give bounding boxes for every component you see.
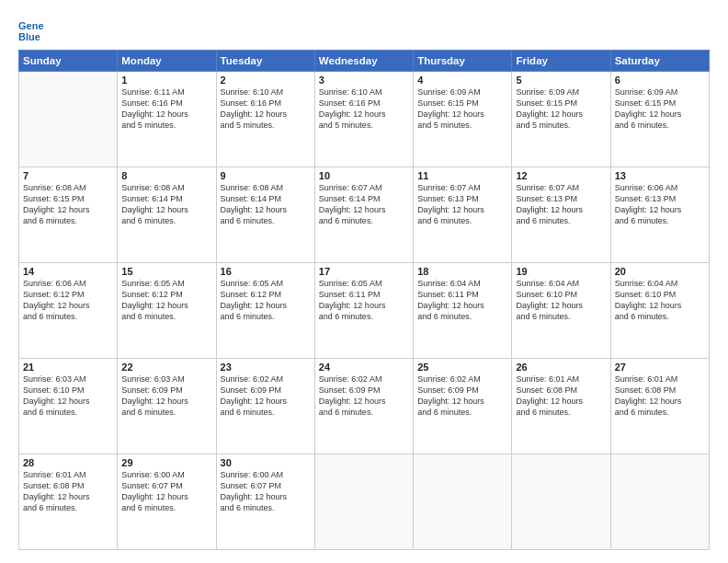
day-number: 10 <box>319 170 409 181</box>
calendar-week-2: 7Sunrise: 6:08 AM Sunset: 6:15 PM Daylig… <box>19 167 710 263</box>
logo: General Blue <box>18 17 48 42</box>
calendar-cell <box>610 454 709 550</box>
day-number: 1 <box>121 75 211 86</box>
day-info: Sunrise: 6:01 AM Sunset: 6:08 PM Dayligh… <box>516 373 606 419</box>
day-info: Sunrise: 6:05 AM Sunset: 6:12 PM Dayligh… <box>221 278 311 323</box>
day-number: 27 <box>615 362 705 373</box>
calendar-cell <box>414 454 512 550</box>
day-number: 6 <box>615 75 705 86</box>
calendar-cell: 22Sunrise: 6:03 AM Sunset: 6:09 PM Dayli… <box>118 359 216 454</box>
weekday-header-tuesday: Tuesday <box>216 51 314 72</box>
day-number: 24 <box>319 362 409 373</box>
day-info: Sunrise: 6:00 AM Sunset: 6:07 PM Dayligh… <box>121 469 211 514</box>
day-info: Sunrise: 6:05 AM Sunset: 6:12 PM Dayligh… <box>121 278 211 323</box>
header: General Blue <box>18 17 710 42</box>
day-number: 3 <box>319 75 409 86</box>
day-info: Sunrise: 6:10 AM Sunset: 6:16 PM Dayligh… <box>221 86 311 132</box>
day-info: Sunrise: 6:03 AM Sunset: 6:09 PM Dayligh… <box>121 373 211 419</box>
day-number: 11 <box>417 170 507 181</box>
day-number: 9 <box>221 170 311 181</box>
calendar-cell: 8Sunrise: 6:08 AM Sunset: 6:14 PM Daylig… <box>118 167 216 263</box>
day-info: Sunrise: 6:00 AM Sunset: 6:07 PM Dayligh… <box>221 469 311 514</box>
day-info: Sunrise: 6:02 AM Sunset: 6:09 PM Dayligh… <box>417 373 507 419</box>
day-number: 16 <box>221 266 311 277</box>
day-number: 5 <box>516 75 606 86</box>
day-number: 14 <box>23 266 113 277</box>
day-info: Sunrise: 6:04 AM Sunset: 6:11 PM Dayligh… <box>417 278 507 323</box>
day-info: Sunrise: 6:04 AM Sunset: 6:10 PM Dayligh… <box>516 278 606 323</box>
calendar-cell: 23Sunrise: 6:02 AM Sunset: 6:09 PM Dayli… <box>216 359 314 454</box>
day-number: 15 <box>121 266 211 277</box>
svg-text:General: General <box>18 20 44 31</box>
day-number: 17 <box>319 266 409 277</box>
day-info: Sunrise: 6:07 AM Sunset: 6:13 PM Dayligh… <box>417 182 507 227</box>
day-number: 2 <box>221 75 311 86</box>
day-info: Sunrise: 6:08 AM Sunset: 6:15 PM Dayligh… <box>23 182 113 227</box>
calendar-cell: 12Sunrise: 6:07 AM Sunset: 6:13 PM Dayli… <box>512 167 610 263</box>
calendar-cell: 25Sunrise: 6:02 AM Sunset: 6:09 PM Dayli… <box>414 359 512 454</box>
day-info: Sunrise: 6:08 AM Sunset: 6:14 PM Dayligh… <box>221 182 311 227</box>
day-number: 8 <box>121 170 211 181</box>
calendar-cell: 26Sunrise: 6:01 AM Sunset: 6:08 PM Dayli… <box>512 359 610 454</box>
calendar-cell: 28Sunrise: 6:01 AM Sunset: 6:08 PM Dayli… <box>19 454 118 550</box>
calendar-table: SundayMondayTuesdayWednesdayThursdayFrid… <box>18 50 710 550</box>
calendar-cell: 17Sunrise: 6:05 AM Sunset: 6:11 PM Dayli… <box>314 263 413 359</box>
calendar-cell: 13Sunrise: 6:06 AM Sunset: 6:13 PM Dayli… <box>610 167 709 263</box>
day-info: Sunrise: 6:07 AM Sunset: 6:13 PM Dayligh… <box>516 182 606 227</box>
svg-text:Blue: Blue <box>18 31 40 42</box>
day-info: Sunrise: 6:01 AM Sunset: 6:08 PM Dayligh… <box>615 373 705 419</box>
calendar-cell: 3Sunrise: 6:10 AM Sunset: 6:16 PM Daylig… <box>314 72 413 167</box>
day-info: Sunrise: 6:01 AM Sunset: 6:08 PM Dayligh… <box>23 469 113 514</box>
day-number: 12 <box>516 170 606 181</box>
day-number: 22 <box>121 362 211 373</box>
day-info: Sunrise: 6:09 AM Sunset: 6:15 PM Dayligh… <box>516 86 606 132</box>
day-number: 18 <box>417 266 507 277</box>
day-info: Sunrise: 6:08 AM Sunset: 6:14 PM Dayligh… <box>121 182 211 227</box>
calendar-cell <box>314 454 413 550</box>
calendar-cell: 15Sunrise: 6:05 AM Sunset: 6:12 PM Dayli… <box>118 263 216 359</box>
calendar-cell: 18Sunrise: 6:04 AM Sunset: 6:11 PM Dayli… <box>414 263 512 359</box>
day-info: Sunrise: 6:06 AM Sunset: 6:13 PM Dayligh… <box>615 182 705 227</box>
calendar-cell: 30Sunrise: 6:00 AM Sunset: 6:07 PM Dayli… <box>216 454 314 550</box>
calendar-cell: 6Sunrise: 6:09 AM Sunset: 6:15 PM Daylig… <box>610 72 709 167</box>
day-number: 28 <box>23 457 113 468</box>
calendar-cell: 27Sunrise: 6:01 AM Sunset: 6:08 PM Dayli… <box>610 359 709 454</box>
day-info: Sunrise: 6:07 AM Sunset: 6:14 PM Dayligh… <box>319 182 409 227</box>
day-number: 23 <box>221 362 311 373</box>
weekday-header-row: SundayMondayTuesdayWednesdayThursdayFrid… <box>19 51 710 72</box>
calendar-cell <box>19 72 118 167</box>
day-info: Sunrise: 6:09 AM Sunset: 6:15 PM Dayligh… <box>417 86 507 132</box>
calendar-cell: 21Sunrise: 6:03 AM Sunset: 6:10 PM Dayli… <box>19 359 118 454</box>
calendar-cell: 19Sunrise: 6:04 AM Sunset: 6:10 PM Dayli… <box>512 263 610 359</box>
day-info: Sunrise: 6:05 AM Sunset: 6:11 PM Dayligh… <box>319 278 409 323</box>
calendar-cell: 24Sunrise: 6:02 AM Sunset: 6:09 PM Dayli… <box>314 359 413 454</box>
day-info: Sunrise: 6:02 AM Sunset: 6:09 PM Dayligh… <box>221 373 311 419</box>
day-number: 13 <box>615 170 705 181</box>
calendar-cell: 11Sunrise: 6:07 AM Sunset: 6:13 PM Dayli… <box>414 167 512 263</box>
calendar-cell: 9Sunrise: 6:08 AM Sunset: 6:14 PM Daylig… <box>216 167 314 263</box>
calendar-cell: 4Sunrise: 6:09 AM Sunset: 6:15 PM Daylig… <box>414 72 512 167</box>
day-number: 21 <box>23 362 113 373</box>
day-number: 29 <box>121 457 211 468</box>
day-info: Sunrise: 6:11 AM Sunset: 6:16 PM Dayligh… <box>121 86 211 132</box>
day-number: 26 <box>516 362 606 373</box>
day-number: 4 <box>417 75 507 86</box>
weekday-header-saturday: Saturday <box>610 51 709 72</box>
calendar-cell: 14Sunrise: 6:06 AM Sunset: 6:12 PM Dayli… <box>19 263 118 359</box>
weekday-header-sunday: Sunday <box>19 51 118 72</box>
weekday-header-monday: Monday <box>118 51 216 72</box>
day-number: 25 <box>417 362 507 373</box>
day-info: Sunrise: 6:02 AM Sunset: 6:09 PM Dayligh… <box>319 373 409 419</box>
calendar-cell: 10Sunrise: 6:07 AM Sunset: 6:14 PM Dayli… <box>314 167 413 263</box>
weekday-header-wednesday: Wednesday <box>314 51 413 72</box>
weekday-header-thursday: Thursday <box>414 51 512 72</box>
day-number: 20 <box>615 266 705 277</box>
day-info: Sunrise: 6:06 AM Sunset: 6:12 PM Dayligh… <box>23 278 113 323</box>
calendar-week-1: 1Sunrise: 6:11 AM Sunset: 6:16 PM Daylig… <box>19 72 710 167</box>
page: General Blue SundayMondayTuesdayWednesda… <box>0 0 728 563</box>
calendar-cell <box>512 454 610 550</box>
calendar-cell: 5Sunrise: 6:09 AM Sunset: 6:15 PM Daylig… <box>512 72 610 167</box>
day-number: 19 <box>516 266 606 277</box>
calendar-cell: 2Sunrise: 6:10 AM Sunset: 6:16 PM Daylig… <box>216 72 314 167</box>
day-info: Sunrise: 6:04 AM Sunset: 6:10 PM Dayligh… <box>615 278 705 323</box>
